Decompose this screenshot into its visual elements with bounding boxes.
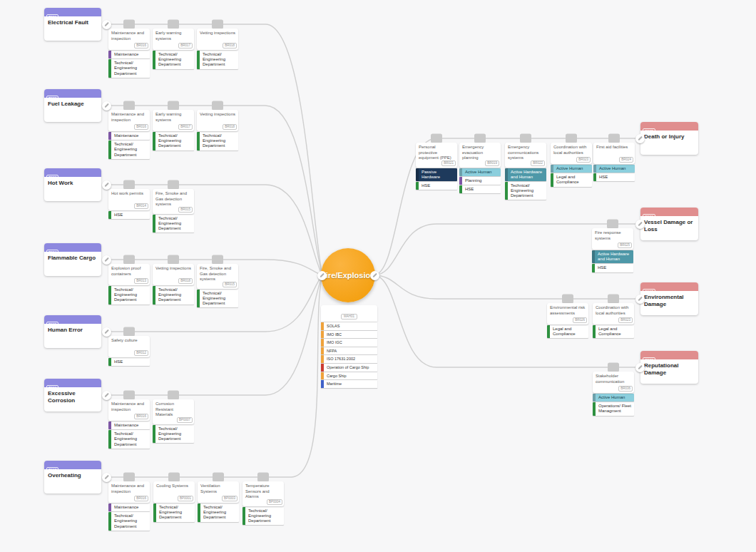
barrier-tags: Active HumanLegal and Compliance — [551, 165, 592, 187]
barrier-connector-handle[interactable] — [257, 473, 269, 482]
barrier-card[interactable]: Fire, Smoke and Gas detection systemsBR0… — [153, 189, 194, 214]
barrier-connector-handle[interactable] — [607, 220, 618, 229]
hazard-tag: Maritime — [321, 380, 377, 388]
barrier-connector-handle[interactable] — [123, 327, 135, 337]
barrier-card[interactable]: Temperature Sensors and AlarmsBP0004 — [242, 481, 284, 506]
barrier-card[interactable]: Ventilation SystemsBP0003 — [198, 481, 239, 503]
barrier-connector-handle[interactable] — [123, 180, 135, 190]
threat-card[interactable]: T003Hot Work — [44, 168, 101, 201]
barrier-connector-handle[interactable] — [168, 255, 179, 265]
barrier-connector-handle[interactable] — [123, 255, 135, 265]
threat-card[interactable]: T006Excessive Corrosion — [44, 379, 101, 412]
barrier-connector-handle[interactable] — [168, 473, 180, 482]
barrier-connector-handle[interactable] — [168, 391, 179, 400]
barrier-card[interactable]: Vetting inspectionsBR018 — [153, 264, 194, 285]
consequence-card[interactable]: C006Vessel Damage or Loss — [640, 208, 698, 240]
barrier-card[interactable]: Corrosion Resistant MaterialsBP0007 — [153, 399, 194, 424]
consequence-header: C008 — [640, 351, 698, 359]
barrier-card[interactable]: Coordination with local authoritiesBR023 — [593, 303, 634, 324]
consequence-link-icon[interactable] — [635, 134, 645, 143]
barrier-connector-handle[interactable] — [212, 101, 223, 111]
consequence-link-icon[interactable] — [635, 363, 645, 372]
threat-card[interactable]: T004Flammable Cargo — [44, 243, 101, 276]
threat-card[interactable]: T002Fuel Leakage — [44, 89, 101, 122]
threat-link-icon[interactable] — [102, 20, 111, 29]
barrier-card[interactable]: Maintenance and inspectionBR016 — [108, 110, 150, 131]
link-icon — [104, 475, 108, 479]
barrier-badge: BR018 — [178, 278, 193, 284]
barrier-card[interactable]: Environmental risk assessmentsBR026 — [547, 303, 588, 324]
barrier: Fire, Smoke and Gas detection systemsBR0… — [153, 189, 194, 232]
barrier-card[interactable]: Emergency evacuation planningBR019 — [459, 143, 501, 168]
barrier-connector-handle[interactable] — [608, 363, 619, 372]
threat-card[interactable]: T007Overheating — [44, 461, 101, 494]
barrier-card[interactable]: Cooling SystemsBP0001 — [153, 481, 195, 503]
barrier-connector-handle[interactable] — [123, 391, 135, 400]
barrier-connector-handle[interactable] — [168, 20, 179, 29]
barrier-connector-handle[interactable] — [608, 295, 619, 304]
barrier-connector-handle[interactable] — [566, 134, 577, 143]
barrier-card[interactable]: Stakeholder communicationBR036 — [593, 372, 634, 393]
link-icon — [104, 22, 108, 26]
barrier-tags: Technical/ Engineering Department — [197, 290, 238, 308]
threat-card[interactable]: T001Electrical Fault — [44, 8, 101, 41]
barrier-connector-handle[interactable] — [212, 255, 223, 265]
barrier-title: Temperature Sensors and Alarms — [245, 484, 282, 500]
barrier-card[interactable]: Personal protective equipment (PPE)BR021 — [416, 143, 457, 168]
hazard-tag: NFPA — [321, 347, 377, 355]
threat-link-icon[interactable] — [102, 327, 111, 337]
threat-link-icon[interactable] — [102, 255, 111, 265]
barrier-owner-tag: Planning — [459, 177, 501, 185]
barrier-title: Early warning systems — [155, 31, 192, 41]
consequence-card[interactable]: C005Death or Injury — [640, 122, 698, 155]
barrier-badge: BP0001 — [178, 496, 193, 501]
barrier-tags: MaintenanceTechnical/ Engineering Depart… — [108, 51, 150, 78]
threat-link-icon[interactable] — [102, 180, 111, 190]
consequence-card[interactable]: C008Reputational Damage — [640, 351, 698, 384]
barrier-card[interactable]: Early warning systemsBR017 — [153, 110, 194, 131]
hazard-left-link-icon[interactable] — [317, 271, 327, 280]
barrier-connector-handle[interactable] — [608, 134, 620, 143]
barrier-card[interactable]: Explosion proof containersBR013 — [108, 264, 150, 285]
barrier-card[interactable]: Maintenance and inspectionBR016 — [108, 29, 150, 50]
hazard-node[interactable]: Fire/Explosion — [321, 248, 375, 302]
barrier-connector-handle[interactable] — [168, 180, 179, 190]
barrier-card[interactable]: Early warning systemsBR017 — [153, 29, 194, 50]
barrier-card[interactable]: Hot work permitsBR014 — [108, 189, 150, 210]
threat-link-icon[interactable] — [102, 101, 111, 111]
barrier-connector-handle[interactable] — [562, 295, 573, 304]
consequence-link-icon[interactable] — [635, 295, 645, 304]
barrier-card[interactable]: Vetting inspectionsBR018 — [197, 110, 238, 131]
barrier-card[interactable]: Maintenance and inspectionBR016 — [108, 481, 150, 503]
barrier-card[interactable]: Fire, Smoke and Gas detection systemsBR0… — [197, 264, 238, 289]
barrier-card[interactable]: Coordination with local authoritiesBR023 — [551, 143, 592, 164]
barrier-card[interactable]: Fire response systemsBR025 — [592, 228, 633, 250]
barrier-connector-handle[interactable] — [168, 101, 179, 111]
barrier-card[interactable]: Emergency communications systemsBR022 — [505, 143, 546, 168]
hazard-info-panel[interactable]: MAH01 SOLASIMO IBCIMO IGCNFPAISO 17631:2… — [321, 305, 377, 388]
barrier-connector-handle[interactable] — [520, 134, 531, 143]
threat-link-icon[interactable] — [102, 473, 111, 482]
hazard-right-link-icon[interactable] — [370, 271, 379, 280]
barrier-badge: BP0003 — [222, 496, 237, 501]
barrier: Maintenance and inspectionBR016Maintenan… — [108, 29, 150, 78]
barrier-connector-handle[interactable] — [123, 20, 135, 29]
threat-link-icon[interactable] — [102, 391, 111, 400]
barrier-connector-handle[interactable] — [431, 134, 442, 143]
consequence-card[interactable]: C007Environmental Damage — [640, 282, 698, 315]
barrier-connector-handle[interactable] — [123, 101, 135, 111]
consequence-link-icon[interactable] — [635, 220, 645, 229]
barrier-card[interactable]: First aid facilitiesBR024 — [593, 143, 635, 164]
barrier-connector-handle[interactable] — [474, 134, 486, 143]
barrier-connector-handle[interactable] — [213, 473, 224, 482]
barrier-card[interactable]: Maintenance and inspectionBR016 — [108, 399, 150, 421]
barrier: Maintenance and inspectionBR016Maintenan… — [108, 481, 150, 531]
threat-label: Excessive Corrosion — [44, 387, 101, 407]
barrier-card[interactable]: Safety cultureBR012 — [108, 336, 150, 357]
barrier-connector-handle[interactable] — [212, 20, 223, 29]
barrier-card[interactable]: Vetting inspectionsBR018 — [197, 29, 238, 50]
barrier-connector-handle[interactable] — [123, 473, 135, 482]
barrier-owner-tag: Operations/ Fleet Managment — [593, 402, 634, 415]
threat-card[interactable]: T005Human Error — [44, 315, 101, 348]
barrier-type-tag: Active Human — [593, 394, 634, 402]
